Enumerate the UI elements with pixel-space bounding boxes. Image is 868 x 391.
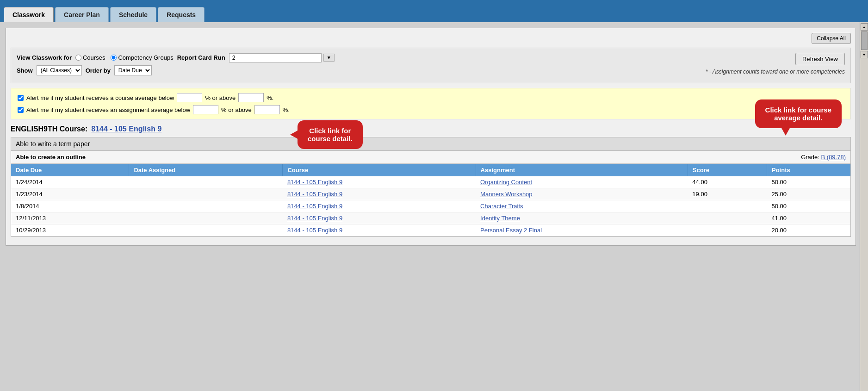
cell-course: 8144 - 105 English 9 <box>283 224 476 236</box>
course-cell-link[interactable]: 8144 - 105 English 9 <box>287 227 342 234</box>
assignment-cell-link[interactable]: Character Traits <box>480 203 523 210</box>
cell-assignment: Personal Essay 2 Final <box>476 224 688 236</box>
course-cell-link[interactable]: 8144 - 105 English 9 <box>287 203 342 210</box>
cell-date-assigned <box>129 200 283 212</box>
cell-points: 50.00 <box>767 176 851 188</box>
cell-course: 8144 - 105 English 9 <box>283 212 476 224</box>
refresh-view-button[interactable]: Refresh View <box>795 53 845 65</box>
collapse-all-button[interactable]: Collapse All <box>812 33 851 44</box>
cell-date-assigned <box>129 176 283 188</box>
cell-points: 50.00 <box>767 200 851 212</box>
alert-assignment-checkbox[interactable] <box>18 107 24 113</box>
filter-row-1: View Classwork for Courses Competency Gr… <box>17 53 335 62</box>
cell-date-due: 1/8/2014 <box>11 200 129 212</box>
assignment-cell-link[interactable]: Organizing Content <box>480 179 532 186</box>
table-header: Date Due Date Assigned Course Assignment… <box>11 164 850 176</box>
cell-points: 20.00 <box>767 224 851 236</box>
cell-date-due: 12/11/2013 <box>11 212 129 224</box>
col-assignment: Assignment <box>476 164 688 176</box>
table-container: Date Due Date Assigned Course Assignment… <box>11 164 850 236</box>
course-cell-link[interactable]: 8144 - 105 English 9 <box>287 215 342 222</box>
alert-assignment-label: Alert me if my student receives an assig… <box>26 106 190 113</box>
cell-course: 8144 - 105 English 9 <box>283 176 476 188</box>
table-header-row: Date Due Date Assigned Course Assignment… <box>11 164 850 176</box>
course-header: ENGLISH9TH Course: 8144 - 105 English 9 <box>11 125 851 133</box>
grade-label: Grade: <box>801 154 819 161</box>
course-cell-link[interactable]: 8144 - 105 English 9 <box>287 179 342 186</box>
scrollbar-down-button[interactable]: ▼ <box>861 51 868 58</box>
radio-courses[interactable]: Courses <box>75 54 105 61</box>
sub-competency-header: Able to create an outline Grade: B (89.7… <box>11 151 850 164</box>
cell-score <box>688 212 767 224</box>
cell-date-due: 10/29/2013 <box>11 224 129 236</box>
assignment-cell-link[interactable]: Manners Workshop <box>480 191 532 198</box>
sub-competency-title: Able to create an outline <box>16 154 86 161</box>
radio-courses-input[interactable] <box>75 55 81 61</box>
scrollbar-thumb[interactable] <box>861 31 868 50</box>
radio-competency[interactable]: Competency Groups <box>111 54 173 61</box>
tab-career-plan[interactable]: Career Plan <box>55 7 109 22</box>
cell-points: 41.00 <box>767 212 851 224</box>
scrollbar-up-button[interactable]: ▲ <box>861 23 868 31</box>
alert-course-end-label: %. <box>267 94 273 101</box>
cell-course: 8144 - 105 English 9 <box>283 200 476 212</box>
filter-row-2-wrap: Show (All Classes) Order by Date Due * -… <box>17 65 845 78</box>
radio-competency-input[interactable] <box>111 55 117 61</box>
order-label: Order by <box>86 67 111 74</box>
alert-row-2: Alert me if my student receives an assig… <box>18 105 844 114</box>
tab-schedule[interactable]: Schedule <box>110 7 156 22</box>
grade-link[interactable]: B (89.78) <box>821 154 846 161</box>
course-cell-link[interactable]: 8144 - 105 English 9 <box>287 191 342 198</box>
content-area: Collapse All View Classwork for Courses <box>0 22 868 391</box>
alert-course-or-label: % or above <box>205 94 236 101</box>
assignments-table: Date Due Date Assigned Course Assignment… <box>11 164 850 236</box>
view-classwork-label: View Classwork for <box>17 54 72 61</box>
cell-date-assigned <box>129 188 283 200</box>
competency-group-title: Able to write a term paper <box>11 137 850 151</box>
cell-date-assigned <box>129 224 283 236</box>
alert-assignment-or-label: % or above <box>221 106 252 113</box>
course-link[interactable]: 8144 - 105 English 9 <box>91 125 161 133</box>
main-panel: Collapse All View Classwork for Courses <box>6 28 856 246</box>
main-content: Collapse All View Classwork for Courses <box>0 22 860 391</box>
alert-assignment-below-input[interactable] <box>193 105 218 114</box>
competency-group: Able to write a term paper Able to creat… <box>11 137 851 237</box>
cell-points: 25.00 <box>767 188 851 200</box>
cell-assignment: Identity Theme <box>476 212 688 224</box>
cell-assignment: Organizing Content <box>476 176 688 188</box>
assignment-cell-link[interactable]: Personal Essay 2 Final <box>480 227 542 234</box>
report-card-input[interactable] <box>229 53 322 62</box>
table-row: 1/23/2014 8144 - 105 English 9 Manners W… <box>11 188 850 200</box>
report-run-group: ▼ <box>229 53 335 62</box>
radio-courses-label: Courses <box>83 54 105 61</box>
tab-classwork[interactable]: Classwork <box>4 7 54 22</box>
show-select[interactable]: (All Classes) <box>37 65 82 75</box>
alert-course-checkbox[interactable] <box>18 95 24 101</box>
radio-competency-label: Competency Groups <box>118 54 173 61</box>
col-points: Points <box>767 164 851 176</box>
cell-date-assigned <box>129 212 283 224</box>
tab-bar: Classwork Career Plan Schedule Requests <box>0 0 868 22</box>
tab-requests[interactable]: Requests <box>158 7 205 22</box>
scrollbar: ▲ ▼ <box>860 22 868 391</box>
alert-assignment-above-input[interactable] <box>254 105 280 114</box>
assignment-cell-link[interactable]: Identity Theme <box>480 215 520 222</box>
report-card-dropdown[interactable]: ▼ <box>323 54 335 62</box>
course-label: ENGLISH9TH Course: <box>11 125 87 133</box>
grade-display: Grade: B (89.78) <box>801 154 846 161</box>
radio-group: Courses Competency Groups <box>75 54 174 61</box>
alert-course-below-input[interactable] <box>177 93 202 102</box>
course-section: ENGLISH9TH Course: 8144 - 105 English 9 … <box>11 125 851 237</box>
cell-score <box>688 224 767 236</box>
alert-course-label: Alert me if my student receives a course… <box>26 94 174 101</box>
table-body: 1/24/2014 8144 - 105 English 9 Organizin… <box>11 176 850 236</box>
alert-course-above-input[interactable] <box>238 93 264 102</box>
alert-assignment-end-label: %. <box>283 106 290 113</box>
order-select[interactable]: Date Due <box>114 65 152 75</box>
competency-note: * - Assignment counts toward one or more… <box>706 68 845 75</box>
table-row: 1/24/2014 8144 - 105 English 9 Organizin… <box>11 176 850 188</box>
cell-date-due: 1/24/2014 <box>11 176 129 188</box>
cell-assignment: Character Traits <box>476 200 688 212</box>
filter-row-2: Show (All Classes) Order by Date Due <box>17 65 152 75</box>
col-course: Course <box>283 164 476 176</box>
